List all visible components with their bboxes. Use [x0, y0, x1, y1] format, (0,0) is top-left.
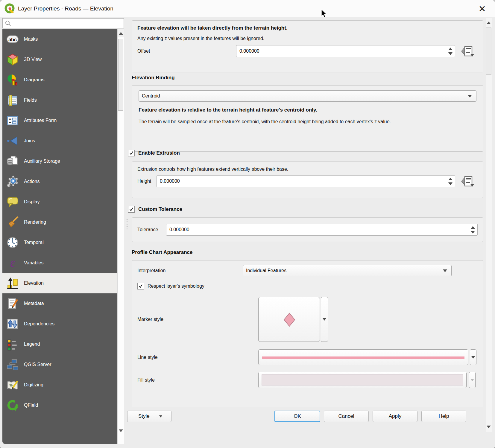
sidebar-item-legend[interactable]: Legend [2, 334, 117, 354]
custom-tolerance-checkrow[interactable]: Custom Tolerance [128, 206, 182, 213]
cancel-button[interactable]: Cancel [324, 411, 369, 422]
spin-up-icon[interactable] [471, 226, 475, 229]
line-style-dropdown-button[interactable] [470, 349, 476, 365]
content-scrollbar-thumb[interactable] [486, 28, 491, 75]
sidebar-item-label: Legend [24, 342, 40, 347]
sidebar-item-diagrams[interactable]: Diagrams [2, 70, 117, 90]
tolerance-input[interactable] [166, 224, 468, 235]
sidebar-item-label: Display [24, 199, 40, 205]
enable-extrusion-checkrow[interactable]: Enable Extrusion [128, 150, 180, 156]
spin-down-icon[interactable] [448, 52, 453, 55]
profile-chart-group: Interpretation Individual Features Respe… [132, 260, 483, 407]
sidebar-scroll-up-icon[interactable] [118, 29, 124, 37]
window-title: Layer Properties - Roads — Elevation [18, 5, 113, 12]
sidebar-item-masks[interactable]: abcMasks [2, 29, 117, 49]
legend-icon [6, 338, 19, 351]
view3d-icon [6, 53, 19, 66]
sidebar-item-label: Attributes Form [24, 118, 57, 123]
svg-text:ε: ε [10, 257, 15, 269]
profile-chart-header: Profile Chart Appearance [132, 249, 192, 255]
height-input[interactable] [157, 176, 446, 187]
sidebar-item-auxiliary-storage[interactable]: Auxiliary Storage [2, 151, 117, 171]
sidebar-item-temporal[interactable]: Temporal [2, 232, 117, 253]
chevron-down-icon [159, 415, 162, 417]
content-scrollbar[interactable] [485, 18, 492, 432]
sidebar-item-metadata[interactable]: Metadata [2, 293, 117, 314]
offset-data-defined-override-button[interactable] [461, 45, 474, 57]
sidebar-item-elevation[interactable]: Elevation [2, 273, 117, 293]
respect-symbology-checkrow[interactable]: Respect layer's symbology [132, 283, 483, 289]
sidebar-scrollbar[interactable] [117, 29, 124, 444]
scroll-up-icon[interactable] [485, 19, 492, 27]
dependencies-icon [6, 317, 19, 330]
sidebar-item-actions[interactable]: Actions [2, 171, 117, 192]
marker-style-dropdown-button[interactable] [321, 297, 328, 342]
sidebar-item-qgis-server[interactable]: QGIS Server [2, 354, 117, 375]
offset-input[interactable] [236, 45, 446, 57]
temporal-icon [6, 236, 19, 249]
sidebar-item-fields[interactable]: Fields [2, 90, 117, 110]
style-button-label: Style [138, 413, 150, 419]
display-icon [6, 195, 19, 208]
joins-icon [6, 134, 19, 147]
ok-button[interactable]: OK [274, 411, 320, 422]
chevron-down-icon [471, 356, 475, 359]
line-style-preview-button[interactable] [258, 349, 468, 365]
custom-tolerance-checkbox[interactable] [128, 206, 135, 213]
svg-text:abc: abc [8, 37, 17, 42]
layer-properties-dialog: Layer Properties - Roads — Elevation ✕ a… [0, 0, 495, 448]
sidebar-item-rendering[interactable]: Rendering [2, 212, 117, 232]
sidebar-item-label: Temporal [24, 240, 44, 245]
extrusion-description: Extrusion controls how high features ext… [137, 167, 478, 172]
offset-spinbox[interactable] [236, 45, 455, 57]
line-style-label: Line style [137, 355, 258, 360]
interpretation-combobox[interactable]: Individual Features [243, 265, 452, 276]
sidebar-item-label: Dependencies [24, 321, 54, 327]
height-spinbox[interactable] [157, 175, 455, 187]
sidebar-item-display[interactable]: Display [2, 192, 117, 212]
binding-combobox[interactable]: Centroid [139, 90, 476, 102]
sidebar-item-view3d[interactable]: 3D View [2, 49, 117, 70]
marker-style-preview-button[interactable] [258, 297, 320, 342]
enable-extrusion-label: Enable Extrusion [138, 150, 180, 156]
digitizing-icon [6, 378, 19, 391]
sidebar-item-label: Digitizing [24, 382, 43, 388]
sidebar-scrollbar-thumb[interactable] [118, 39, 123, 111]
auxiliary-storage-icon [6, 155, 19, 168]
spin-up-icon[interactable] [448, 48, 453, 50]
style-menu-button[interactable]: Style [127, 411, 171, 422]
tolerance-spinbox[interactable] [166, 224, 478, 236]
diagrams-icon [6, 73, 19, 86]
close-button[interactable]: ✕ [476, 3, 488, 14]
apply-button[interactable]: Apply [373, 411, 417, 422]
fill-style-preview-button[interactable] [258, 372, 467, 388]
sidebar-item-dependencies[interactable]: Dependencies [2, 314, 117, 334]
attributes-form-icon [6, 114, 19, 127]
search-input[interactable] [2, 18, 124, 28]
respect-symbology-checkbox[interactable] [137, 283, 144, 289]
sidebar-item-qfield[interactable]: QField [2, 395, 117, 415]
sidebar-item-label: Rendering [24, 220, 46, 225]
spin-down-icon[interactable] [471, 231, 475, 234]
sidebar-item-digitizing[interactable]: Digitizing [2, 375, 117, 395]
offset-label: Offset [137, 48, 236, 54]
spin-down-icon[interactable] [448, 182, 453, 185]
checkmark-icon [129, 151, 134, 156]
help-button[interactable]: Help [421, 411, 466, 422]
height-label: Height [137, 179, 157, 184]
fill-style-dropdown-button[interactable] [469, 372, 476, 388]
splitter-handle[interactable] [127, 219, 127, 229]
height-data-defined-override-button[interactable] [461, 175, 474, 187]
sidebar-item-label: Variables [24, 260, 44, 266]
sidebar-item-variables[interactable]: εVariables [2, 253, 117, 273]
sidebar-scroll-down-icon[interactable] [118, 426, 124, 435]
elevation-binding-header: Elevation Binding [132, 75, 175, 81]
rendering-icon [6, 216, 19, 229]
spin-up-icon[interactable] [448, 178, 453, 180]
sidebar-item-joins[interactable]: Joins [2, 131, 117, 151]
enable-extrusion-checkbox[interactable] [128, 150, 135, 156]
sidebar-item-label: QGIS Server [24, 362, 51, 367]
sidebar-item-attributes-form[interactable]: Attributes Form [2, 110, 117, 131]
search-icon [4, 20, 12, 27]
scroll-down-icon[interactable] [485, 423, 492, 431]
